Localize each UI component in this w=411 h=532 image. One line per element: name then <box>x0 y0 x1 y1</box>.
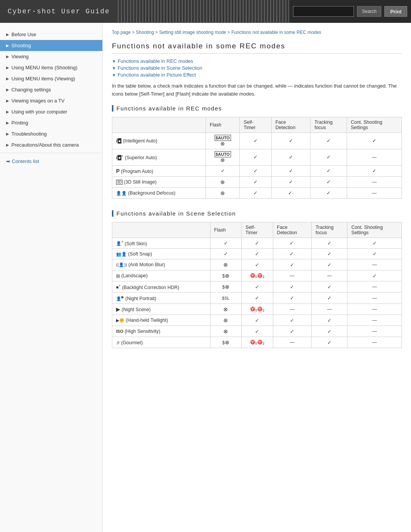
cell-name: ▶ (Night Scene) <box>112 304 210 315</box>
cell-name: i●+ (Superior Auto) <box>112 149 206 165</box>
sidebar-item-label: Precautions/About this camera <box>11 142 79 148</box>
sidebar-item-label: Using MENU items (Shooting) <box>11 65 77 70</box>
col-tracking: Trackingfocus <box>312 222 347 238</box>
cell-self-timer: ♈0♈2 <box>242 337 273 348</box>
main-layout: ▶ Before Use ▶ Shooting ▶ Viewing ▶ Usin… <box>0 23 411 532</box>
arrow-icon: ▶ <box>6 66 9 70</box>
cell-flash: ⊗ <box>210 315 242 326</box>
cell-tracking: ✓ <box>311 165 347 176</box>
cell-flash: ⊗ <box>206 176 240 187</box>
app-title: Cyber-shot User Guide <box>8 8 110 15</box>
cell-tracking: ✓ <box>312 292 347 304</box>
cell-tracking: ✓ <box>312 249 347 259</box>
sidebar-item-troubleshooting[interactable]: ▶ Troubleshooting <box>0 128 102 139</box>
arrow-icon: ▶ <box>6 88 9 92</box>
sidebar-item-label: Viewing <box>11 54 29 59</box>
header-stripe <box>118 0 290 23</box>
cell-cont: ✓ <box>347 165 401 176</box>
cell-name: 👤+ (Soft Skin) <box>112 238 210 249</box>
cell-self-timer: ✓ <box>242 326 273 337</box>
cell-self-timer: ✓ <box>242 238 273 249</box>
col-name <box>112 222 210 238</box>
triangle-icon: ▼ <box>112 66 116 70</box>
cell-face: ✓ <box>273 259 312 270</box>
cell-self-timer: ✓ <box>240 187 271 198</box>
table-row: 👤👤 (Background Defocus) ⊗ ✓ ✓· ✓ — <box>112 187 402 198</box>
cell-face: ✓ <box>271 149 311 165</box>
cell-face: ✓ <box>271 165 311 176</box>
sidebar-item-menu-viewing[interactable]: ▶ Using MENU items (Viewing) <box>0 73 102 84</box>
breadcrumb-current[interactable]: Functions not available in some REC mode… <box>231 30 321 35</box>
cell-cont: ✓ <box>347 270 402 281</box>
cell-name: ISO (High Sensitivity) <box>112 326 210 337</box>
cell-tracking: — <box>312 304 347 315</box>
arrow-icon: ▶ <box>6 132 9 136</box>
sidebar-item-printing[interactable]: ▶ Printing <box>0 117 102 128</box>
breadcrumb-shooting[interactable]: Shooting <box>136 30 154 35</box>
cell-cont: — <box>347 149 401 165</box>
table-row: ISO (High Sensitivity) ⊗ ✓ ✓ ✓ — <box>112 326 402 337</box>
cell-face: ✓· <box>273 249 312 259</box>
anchor-link-scene[interactable]: ▼ Functions available in Scene Selection <box>112 65 402 71</box>
sidebar-item-changing-settings[interactable]: ▶ Changing settings <box>0 84 102 95</box>
cell-flash: ✓ <box>210 249 242 259</box>
anchor-link-picture[interactable]: ▼ Functions available in Picture Effect <box>112 72 402 78</box>
cell-self-timer: ✓ <box>242 292 273 304</box>
arrow-icon: ▶ <box>6 110 9 114</box>
arrow-icon: ▶ <box>6 121 9 125</box>
contents-link[interactable]: ➡ Contents list <box>0 155 102 167</box>
sidebar-item-precautions[interactable]: ▶ Precautions/About this camera <box>0 139 102 150</box>
arrow-icon: ▶ <box>6 43 9 48</box>
cell-flash: ✓ <box>206 165 240 176</box>
cell-flash: $AUTO⊗ <box>206 149 240 165</box>
breadcrumb-setting[interactable]: Setting still image shooting mode <box>159 30 226 35</box>
sidebar-item-shooting[interactable]: ▶ Shooting <box>0 40 102 51</box>
anchor-link-rec[interactable]: ▼ Functions available in REC modes <box>112 58 402 64</box>
sidebar-item-viewing-tv[interactable]: ▶ Viewing images on a TV <box>0 95 102 106</box>
table-row: i●+ (Superior Auto) $AUTO⊗ ✓ ✓ ✓ — <box>112 149 402 165</box>
sidebar: ▶ Before Use ▶ Shooting ▶ Viewing ▶ Usin… <box>0 23 103 532</box>
cell-cont: — <box>347 187 401 198</box>
print-button[interactable]: Print <box>384 6 407 17</box>
col-self-timer: Self-Timer <box>242 222 273 238</box>
sidebar-item-menu-shooting[interactable]: ▶ Using MENU items (Shooting) <box>0 62 102 73</box>
sidebar-item-viewing[interactable]: ▶ Viewing <box>0 51 102 62</box>
breadcrumb-sep1: > <box>132 30 136 35</box>
cell-face: — <box>273 270 312 281</box>
table-row: P (Program Auto) ✓ ✓ ✓ ✓ ✓ <box>112 165 402 176</box>
search-input[interactable] <box>293 6 354 17</box>
cell-self-timer: ✓ <box>240 165 271 176</box>
cell-face: ✓ <box>271 176 311 187</box>
breadcrumb-top[interactable]: Top page <box>112 30 131 35</box>
cell-name: 👥👤 (Soft Snap) <box>112 249 210 259</box>
cell-self-timer: ♈0♈2 <box>242 304 273 315</box>
arrow-icon: ▶ <box>6 54 9 59</box>
cell-cont: — <box>347 337 402 348</box>
col-tracking: Trackingfocus <box>311 117 347 133</box>
cell-tracking: ✓ <box>311 176 347 187</box>
breadcrumb-sep2: > <box>155 30 159 35</box>
cell-flash: $⊗ <box>210 270 242 281</box>
sidebar-item-computer[interactable]: ▶ Using with your computer <box>0 106 102 117</box>
triangle-icon: ▼ <box>112 73 116 77</box>
search-button[interactable]: Search <box>357 6 381 17</box>
scene-header-row: Flash Self-Timer FaceDetection Trackingf… <box>112 222 402 238</box>
cell-name: ▶✊ (Hand-held Twilight) <box>112 315 210 326</box>
sidebar-item-label: Changing settings <box>11 87 51 93</box>
table-row: 3D (3D Still Image) ⊗ ✓ ✓ ✓ — <box>112 176 402 187</box>
col-name <box>112 117 206 133</box>
sidebar-divider <box>0 153 102 153</box>
table-row: ♬ (Gourmet) $⊗ ♈0♈2 — ✓ — <box>112 337 402 348</box>
cell-face: ✓ <box>273 281 312 292</box>
cell-self-timer: ✓ <box>240 176 271 187</box>
cell-flash: $⊗ <box>210 281 242 292</box>
cell-face: ✓ <box>273 292 312 304</box>
sidebar-item-label: Troubleshooting <box>11 131 47 137</box>
table-row: 👤▶ (Night Portrait) $SL ✓ ✓ ✓ — <box>112 292 402 304</box>
cell-name: 👤👤 (Background Defocus) <box>112 187 206 198</box>
cell-name: ♬ (Gourmet) <box>112 337 210 348</box>
cell-face: ✓ <box>273 315 312 326</box>
header-title-area: Cyber-shot User Guide <box>0 0 118 23</box>
sidebar-item-before-use[interactable]: ▶ Before Use <box>0 29 102 40</box>
cell-name: ■+ (Backlight Correction HDR) <box>112 281 210 292</box>
